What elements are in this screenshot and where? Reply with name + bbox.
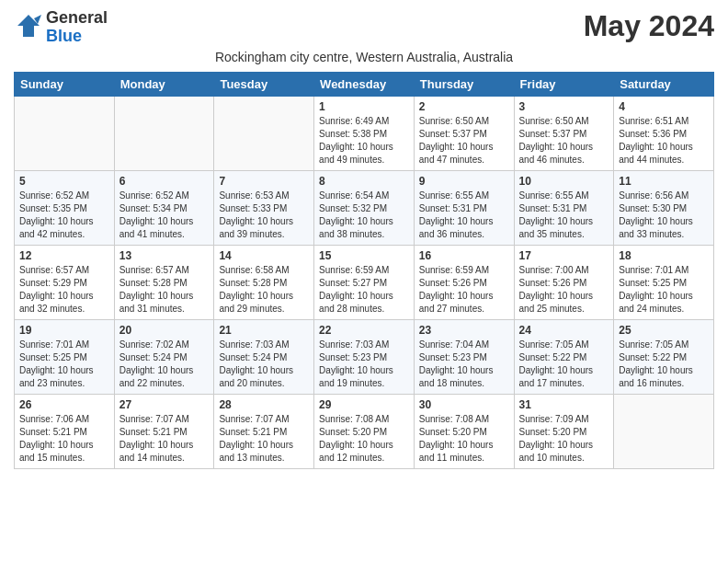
day-number: 9	[419, 175, 509, 188]
calendar-cell	[614, 394, 714, 468]
day-info: Sunrise: 6:55 AM Sunset: 5:31 PM Dayligh…	[519, 190, 609, 241]
day-number: 13	[119, 249, 210, 262]
calendar-cell: 7Sunrise: 6:53 AM Sunset: 5:33 PM Daylig…	[214, 170, 314, 245]
calendar-cell: 8Sunrise: 6:54 AM Sunset: 5:32 PM Daylig…	[314, 170, 415, 245]
day-info: Sunrise: 7:01 AM Sunset: 5:25 PM Dayligh…	[19, 339, 109, 390]
day-number: 4	[619, 100, 709, 113]
calendar-cell: 20Sunrise: 7:02 AM Sunset: 5:24 PM Dayli…	[114, 319, 214, 394]
header-wednesday: Wednesday	[314, 72, 415, 96]
day-info: Sunrise: 7:07 AM Sunset: 5:21 PM Dayligh…	[119, 413, 210, 465]
day-info: Sunrise: 6:50 AM Sunset: 5:37 PM Dayligh…	[419, 115, 509, 167]
calendar-cell: 18Sunrise: 7:01 AM Sunset: 5:25 PM Dayli…	[614, 245, 714, 319]
day-number: 5	[19, 175, 109, 188]
calendar-cell: 21Sunrise: 7:03 AM Sunset: 5:24 PM Dayli…	[214, 319, 314, 394]
header-sunday: Sunday	[15, 72, 115, 96]
day-number: 22	[319, 324, 409, 337]
day-number: 10	[519, 175, 609, 188]
day-info: Sunrise: 6:59 AM Sunset: 5:27 PM Dayligh…	[319, 264, 409, 316]
day-info: Sunrise: 7:05 AM Sunset: 5:22 PM Dayligh…	[519, 339, 609, 390]
day-info: Sunrise: 7:04 AM Sunset: 5:23 PM Dayligh…	[419, 339, 509, 390]
day-number: 14	[219, 249, 309, 262]
calendar-week-row: 19Sunrise: 7:01 AM Sunset: 5:25 PM Dayli…	[15, 319, 714, 394]
day-number: 7	[219, 175, 309, 188]
calendar-cell: 29Sunrise: 7:08 AM Sunset: 5:20 PM Dayli…	[314, 394, 415, 468]
calendar-cell: 19Sunrise: 7:01 AM Sunset: 5:25 PM Dayli…	[15, 319, 115, 394]
day-number: 24	[519, 324, 609, 337]
day-info: Sunrise: 6:52 AM Sunset: 5:34 PM Dayligh…	[119, 190, 210, 241]
day-info: Sunrise: 7:02 AM Sunset: 5:24 PM Dayligh…	[119, 339, 210, 390]
day-info: Sunrise: 6:52 AM Sunset: 5:35 PM Dayligh…	[19, 190, 109, 241]
day-info: Sunrise: 6:57 AM Sunset: 5:29 PM Dayligh…	[19, 264, 109, 316]
day-info: Sunrise: 6:50 AM Sunset: 5:37 PM Dayligh…	[519, 115, 609, 167]
calendar-cell: 6Sunrise: 6:52 AM Sunset: 5:34 PM Daylig…	[114, 170, 214, 245]
day-number: 20	[119, 324, 210, 337]
day-number: 23	[419, 324, 509, 337]
calendar-cell: 24Sunrise: 7:05 AM Sunset: 5:22 PM Dayli…	[514, 319, 614, 394]
day-info: Sunrise: 6:58 AM Sunset: 5:28 PM Dayligh…	[219, 264, 309, 316]
day-info: Sunrise: 7:06 AM Sunset: 5:21 PM Dayligh…	[19, 413, 109, 465]
calendar-table: SundayMondayTuesdayWednesdayThursdayFrid…	[14, 72, 714, 469]
day-number: 19	[19, 324, 109, 337]
calendar-cell: 26Sunrise: 7:06 AM Sunset: 5:21 PM Dayli…	[15, 394, 115, 468]
calendar-cell: 5Sunrise: 6:52 AM Sunset: 5:35 PM Daylig…	[15, 170, 115, 245]
day-number: 21	[219, 324, 309, 337]
header-saturday: Saturday	[614, 72, 714, 96]
day-info: Sunrise: 7:07 AM Sunset: 5:21 PM Dayligh…	[219, 413, 309, 465]
calendar-cell	[114, 96, 214, 170]
calendar-cell: 9Sunrise: 6:55 AM Sunset: 5:31 PM Daylig…	[414, 170, 514, 245]
day-info: Sunrise: 6:49 AM Sunset: 5:38 PM Dayligh…	[319, 115, 409, 167]
calendar-cell: 2Sunrise: 6:50 AM Sunset: 5:37 PM Daylig…	[414, 96, 514, 170]
calendar-cell: 11Sunrise: 6:56 AM Sunset: 5:30 PM Dayli…	[614, 170, 714, 245]
day-info: Sunrise: 7:03 AM Sunset: 5:24 PM Dayligh…	[219, 339, 309, 390]
calendar-week-row: 26Sunrise: 7:06 AM Sunset: 5:21 PM Dayli…	[15, 394, 714, 468]
day-number: 27	[119, 398, 210, 411]
day-number: 3	[519, 100, 609, 113]
header-thursday: Thursday	[414, 72, 514, 96]
day-info: Sunrise: 6:57 AM Sunset: 5:28 PM Dayligh…	[119, 264, 210, 316]
calendar-cell: 1Sunrise: 6:49 AM Sunset: 5:38 PM Daylig…	[314, 96, 415, 170]
logo-text: General Blue	[46, 9, 108, 46]
calendar-cell: 31Sunrise: 7:09 AM Sunset: 5:20 PM Dayli…	[514, 394, 614, 468]
day-info: Sunrise: 6:56 AM Sunset: 5:30 PM Dayligh…	[619, 190, 709, 241]
logo-icon	[14, 11, 43, 44]
calendar-cell: 28Sunrise: 7:07 AM Sunset: 5:21 PM Dayli…	[214, 394, 314, 468]
page-header: General Blue May 2024	[14, 9, 714, 46]
day-number: 26	[19, 398, 109, 411]
calendar-cell: 30Sunrise: 7:08 AM Sunset: 5:20 PM Dayli…	[414, 394, 514, 468]
day-info: Sunrise: 7:00 AM Sunset: 5:26 PM Dayligh…	[519, 264, 609, 316]
day-number: 28	[219, 398, 309, 411]
day-number: 2	[419, 100, 509, 113]
calendar-cell	[214, 96, 314, 170]
day-number: 1	[319, 100, 409, 113]
day-number: 6	[119, 175, 210, 188]
calendar-cell: 13Sunrise: 6:57 AM Sunset: 5:28 PM Dayli…	[114, 245, 214, 319]
calendar-cell	[15, 96, 115, 170]
calendar-cell: 14Sunrise: 6:58 AM Sunset: 5:28 PM Dayli…	[214, 245, 314, 319]
day-number: 30	[419, 398, 509, 411]
day-number: 11	[619, 175, 709, 188]
day-number: 25	[619, 324, 709, 337]
day-number: 29	[319, 398, 409, 411]
subtitle: Rockingham city centre, Western Australi…	[14, 50, 714, 64]
day-info: Sunrise: 7:01 AM Sunset: 5:25 PM Dayligh…	[619, 264, 709, 316]
calendar-cell: 4Sunrise: 6:51 AM Sunset: 5:36 PM Daylig…	[614, 96, 714, 170]
day-info: Sunrise: 7:03 AM Sunset: 5:23 PM Dayligh…	[319, 339, 409, 390]
calendar-cell: 23Sunrise: 7:04 AM Sunset: 5:23 PM Dayli…	[414, 319, 514, 394]
day-number: 17	[519, 249, 609, 262]
calendar-cell: 10Sunrise: 6:55 AM Sunset: 5:31 PM Dayli…	[514, 170, 614, 245]
calendar-cell: 27Sunrise: 7:07 AM Sunset: 5:21 PM Dayli…	[114, 394, 214, 468]
day-info: Sunrise: 6:54 AM Sunset: 5:32 PM Dayligh…	[319, 190, 409, 241]
day-info: Sunrise: 7:09 AM Sunset: 5:20 PM Dayligh…	[519, 413, 609, 465]
calendar-cell: 22Sunrise: 7:03 AM Sunset: 5:23 PM Dayli…	[314, 319, 415, 394]
day-info: Sunrise: 6:53 AM Sunset: 5:33 PM Dayligh…	[219, 190, 309, 241]
calendar-week-row: 12Sunrise: 6:57 AM Sunset: 5:29 PM Dayli…	[15, 245, 714, 319]
calendar-cell: 3Sunrise: 6:50 AM Sunset: 5:37 PM Daylig…	[514, 96, 614, 170]
month-title: May 2024	[584, 9, 714, 43]
calendar-cell: 17Sunrise: 7:00 AM Sunset: 5:26 PM Dayli…	[514, 245, 614, 319]
calendar-cell: 12Sunrise: 6:57 AM Sunset: 5:29 PM Dayli…	[15, 245, 115, 319]
logo: General Blue	[14, 9, 108, 46]
calendar-cell: 25Sunrise: 7:05 AM Sunset: 5:22 PM Dayli…	[614, 319, 714, 394]
day-info: Sunrise: 6:51 AM Sunset: 5:36 PM Dayligh…	[619, 115, 709, 167]
header-tuesday: Tuesday	[214, 72, 314, 96]
logo-blue-text: Blue	[46, 28, 108, 46]
